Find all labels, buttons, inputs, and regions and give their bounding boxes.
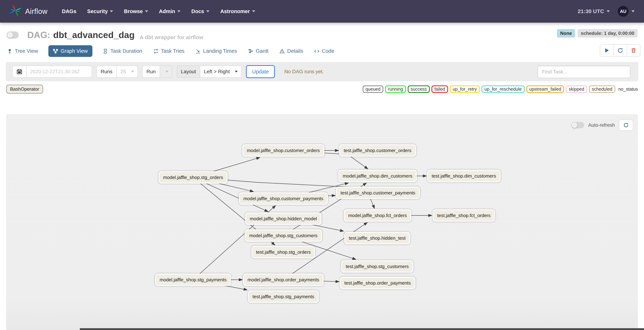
dag-nodes: model.jaffle_shop.customer_orderstest.ja… [6, 114, 638, 330]
task-node-m_customer_orders[interactable]: model.jaffle_shop.customer_orders [242, 144, 324, 157]
graph-panel: model.jaffle_shop.customer_orderstest.ja… [6, 114, 638, 330]
horizontal-scrollbar[interactable] [80, 328, 644, 330]
graph-icon [53, 49, 58, 54]
task-node-m_stg_payments[interactable]: model.jaffle_shop.stg_payments [155, 274, 231, 286]
update-button[interactable]: Update [246, 65, 275, 78]
tab-details[interactable]: Details [279, 45, 304, 57]
calendar-icon[interactable] [12, 66, 26, 77]
nav-item-label: Browse [124, 8, 143, 14]
task-node-t_customer_payments[interactable]: test.jaffle_shop.customer_payments [336, 187, 420, 199]
tab-label: Tree View [15, 48, 38, 54]
base-date-group [12, 66, 92, 78]
tab-gantt[interactable]: Gantt [248, 45, 269, 57]
chevron-down-icon [145, 10, 148, 12]
status-chip-success: success [408, 85, 430, 93]
nav-item-label: DAGs [62, 8, 76, 14]
nav-right: 21:30 UTC AU [578, 6, 635, 17]
nav-item-label: Admin [159, 8, 175, 14]
brand-name: Airflow [25, 7, 48, 15]
task-node-m_order_payments[interactable]: model.jaffle_shop.order_payments [243, 274, 324, 286]
chevron-down-icon [110, 10, 113, 12]
task-node-t_fct_orders[interactable]: test.jaffle_shop.fct_orders [432, 209, 495, 222]
schedule-none-badge: None [557, 29, 575, 37]
layout-select[interactable]: Left > Right [200, 66, 241, 77]
nav-item-label: Security [87, 8, 108, 14]
status-chip-no-status: no_status [618, 87, 638, 92]
auto-refresh-toggle[interactable] [571, 122, 584, 128]
tabs-row: Tree ViewGraph ViewTask DurationTask Tri… [0, 42, 644, 60]
view-tabs: Tree ViewGraph ViewTask DurationTask Tri… [6, 45, 335, 57]
page-title: DAG:dbt_advanced_dagA dbt wrapper for ai… [27, 30, 203, 40]
clock-menu[interactable]: 21:30 UTC [578, 8, 610, 14]
tab-task-tries[interactable]: Task Tries [153, 45, 185, 57]
status-chip-up_for_retry: up_for_retry [450, 85, 480, 93]
task-node-t_hidden_test[interactable]: test.jaffle_shop.hidden_test [344, 232, 410, 244]
status-chip-queued: queued [363, 85, 383, 93]
runs-select[interactable]: 25 [116, 66, 137, 77]
graph-refresh-button[interactable] [619, 120, 633, 131]
task-node-t_stg_customers[interactable]: test.jaffle_shop.stg_customers [341, 260, 413, 273]
tab-graph-view[interactable]: Graph View [48, 45, 92, 57]
tab-landing-times[interactable]: Landing Times [195, 45, 238, 57]
status-chip-failed: failed [432, 85, 448, 93]
hourglass-icon [103, 49, 108, 54]
trigger-dag-button[interactable] [600, 44, 614, 56]
nav-item-browse[interactable]: Browse [124, 8, 148, 14]
chevron-down-icon [131, 71, 134, 73]
task-node-t_customer_orders[interactable]: test.jaffle_shop.customer_orders [339, 144, 416, 157]
refresh-dag-button[interactable] [614, 44, 627, 56]
tab-label: Gantt [256, 48, 268, 54]
airflow-brand[interactable]: Airflow [9, 4, 48, 19]
task-node-t_stg_payments[interactable]: test.jaffle_shop.stg_payments [248, 291, 319, 303]
delete-dag-button[interactable] [627, 44, 640, 56]
nav-item-dags[interactable]: DAGs [62, 8, 76, 14]
task-node-t_dim_customers[interactable]: test.jaffle_shop.dim_customers [427, 170, 500, 182]
task-node-m_stg_customers[interactable]: model.jaffle_shop.stg_customers [245, 229, 322, 242]
nav-item-label: Astronomer [220, 8, 250, 14]
schedule-interval-badge: schedule: 1 day, 0:00:00 [578, 29, 638, 37]
task-node-m_stg_orders[interactable]: model.jaffle_shop.stg_orders [158, 171, 228, 184]
tab-label: Graph View [60, 48, 88, 54]
tab-code[interactable]: Code [314, 45, 335, 57]
landing-icon [196, 49, 201, 54]
task-node-m_customer_payments[interactable]: model.jaffle_shop.customer_payments [239, 192, 328, 205]
run-group: Run [142, 66, 172, 78]
tab-label: Code [322, 48, 334, 54]
status-chip-skipped: skipped [566, 85, 587, 93]
gantt-icon [248, 49, 253, 54]
dag-description: A dbt wrapper for airflow [140, 34, 203, 40]
tree-icon [7, 49, 12, 54]
nav-item-label: Docs [191, 8, 204, 14]
nav-item-astronomer[interactable]: Astronomer [220, 8, 255, 14]
status-chip-upstream_failed: upstream_failed [526, 85, 564, 93]
legend-row: BashOperator queuedrunningsuccessfailedu… [0, 81, 644, 97]
navbar: Airflow DAGsSecurityBrowseAdminDocsAstro… [0, 0, 644, 23]
chevron-down-icon [252, 10, 255, 12]
nav-item-docs[interactable]: Docs [191, 8, 210, 14]
run-select[interactable] [160, 66, 172, 77]
base-date-input[interactable] [26, 66, 92, 77]
nav-item-security[interactable]: Security [87, 8, 113, 14]
task-node-t_stg_orders[interactable]: test.jaffle_shop.stg_orders [252, 246, 315, 258]
task-node-m_fct_orders[interactable]: model.jaffle_shop.fct_orders [344, 209, 411, 222]
task-node-t_order_payments[interactable]: test.jaffle_shop.order_payments [340, 277, 415, 289]
dag-prefix: DAG: [27, 30, 50, 40]
tab-task-duration[interactable]: Task Duration [102, 45, 143, 57]
filter-bar: Runs 25 Run Layout Left > Right Update N… [6, 62, 638, 81]
tab-tree-view[interactable]: Tree View [6, 45, 39, 57]
dag-pause-toggle[interactable] [6, 31, 19, 39]
chevron-down-icon [206, 10, 210, 12]
nav-item-admin[interactable]: Admin [159, 8, 180, 14]
task-node-m_hidden_model[interactable]: model.jaffle_shop.hidden_model [245, 213, 322, 225]
find-task-input[interactable] [538, 66, 630, 78]
task-node-m_dim_customers[interactable]: model.jaffle_shop.dim_customers [338, 170, 417, 182]
operator-legend-chip: BashOperator [6, 85, 43, 94]
user-menu[interactable]: AU [618, 6, 635, 17]
status-legend: queuedrunningsuccessfailedup_for_retryup… [363, 85, 638, 93]
retry-icon [153, 49, 158, 54]
chevron-down-icon [632, 10, 635, 12]
tab-label: Task Tries [161, 48, 184, 54]
layout-label: Layout [177, 66, 200, 77]
details-icon [280, 49, 284, 54]
status-chip-up_for_reschedule: up_for_reschedule [482, 85, 524, 93]
